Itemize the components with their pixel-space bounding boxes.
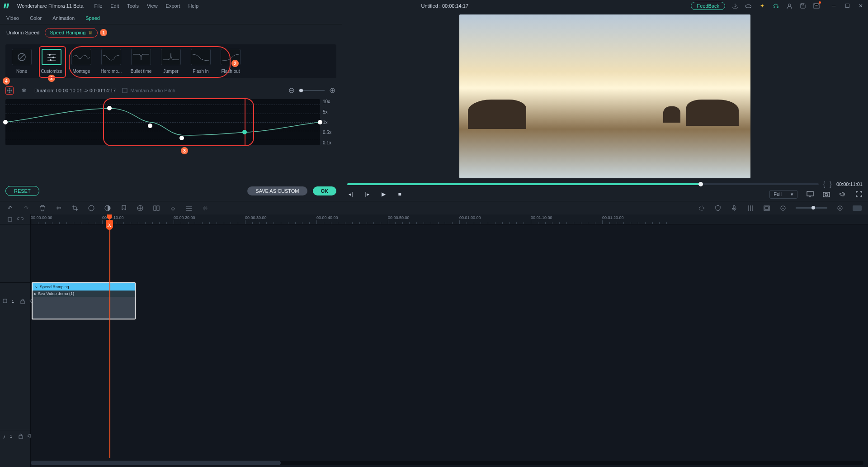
tab-speed-ramping[interactable]: Speed Ramping ♕ 1: [45, 28, 98, 38]
menu-help[interactable]: Help: [188, 3, 198, 9]
close-icon[interactable]: ✕: [857, 2, 864, 10]
color-button[interactable]: [104, 205, 111, 212]
preset-flashout[interactable]: Flash out: [218, 49, 243, 74]
crop-button[interactable]: [71, 205, 79, 212]
svg-point-0: [788, 4, 791, 6]
maximize-icon[interactable]: ☐: [844, 2, 851, 10]
headset-icon[interactable]: [772, 2, 779, 10]
add-keyframe-button[interactable]: [5, 86, 14, 95]
preset-jumper[interactable]: Jumper: [158, 49, 184, 74]
graph-zoom-slider[interactable]: [299, 90, 325, 91]
greenscreen-button[interactable]: [137, 205, 144, 212]
progress-handle[interactable]: [698, 182, 703, 186]
audio-button[interactable]: [202, 205, 209, 212]
svg-rect-26: [154, 206, 156, 210]
speed-node-current[interactable]: [242, 130, 247, 134]
loop-in-icon[interactable]: {: [823, 181, 826, 188]
ok-button[interactable]: OK: [313, 186, 337, 195]
preset-bullet[interactable]: Bullet time: [128, 49, 154, 74]
tl-zoom-slider[interactable]: [796, 207, 827, 209]
volume-icon[interactable]: [839, 191, 846, 198]
account-icon[interactable]: [786, 2, 793, 10]
preset-hero[interactable]: Hero mo...: [99, 49, 124, 74]
play-button[interactable]: ▶: [380, 191, 387, 198]
menu-export[interactable]: Export: [166, 3, 180, 9]
tl-fit-icon[interactable]: [853, 205, 862, 211]
save-icon[interactable]: [799, 2, 807, 10]
detach-button[interactable]: [153, 205, 160, 212]
menu-file[interactable]: File: [94, 3, 103, 9]
lock-icon[interactable]: [19, 434, 23, 439]
timeline-ruler[interactable]: 00:00:00:0000:00:10:0000:00:20:0000:00:3…: [31, 214, 868, 224]
speed-node-1[interactable]: [107, 106, 112, 110]
playhead-head[interactable]: [106, 220, 113, 230]
loop-out-icon[interactable]: }: [830, 181, 832, 188]
snapshot-icon[interactable]: [823, 191, 830, 198]
prev-frame-button[interactable]: ◂|: [347, 191, 354, 198]
fullscreen-icon[interactable]: [855, 191, 863, 198]
tl-zoom-in-icon[interactable]: [836, 205, 844, 212]
render-button[interactable]: [698, 205, 705, 212]
freeze-frame-icon[interactable]: ❄: [20, 86, 28, 95]
speed-node-2[interactable]: [148, 124, 152, 128]
snap-icon[interactable]: [7, 217, 13, 222]
speed-ramping-label: Speed Ramping: [50, 30, 85, 35]
lock-icon[interactable]: [20, 299, 25, 304]
lightbulb-icon[interactable]: ✦: [759, 2, 766, 10]
timeline-body[interactable]: 00:00:00:0000:00:10:0000:00:20:0000:00:3…: [31, 214, 868, 467]
preview-progress[interactable]: [347, 183, 819, 185]
tab-video[interactable]: Video: [6, 15, 19, 21]
voiceover-icon[interactable]: [731, 205, 738, 212]
undo-button[interactable]: ↶: [6, 205, 14, 212]
delete-button[interactable]: [39, 205, 46, 212]
display-icon[interactable]: [807, 191, 814, 198]
safe-zone-icon[interactable]: [714, 205, 722, 212]
link-icon[interactable]: [17, 217, 24, 222]
graph-zoom-out-icon[interactable]: [288, 86, 296, 95]
menu-view[interactable]: View: [147, 3, 158, 9]
quality-dropdown[interactable]: Full ▾: [769, 190, 797, 199]
clip-sea-video[interactable]: ∿ Speed Ramping ▸ Sea Video demo (1): [32, 282, 136, 319]
tl-zoom-out-icon[interactable]: [779, 205, 787, 212]
save-as-custom-button[interactable]: SAVE AS CUSTOM: [247, 186, 307, 195]
reset-button[interactable]: RESET: [5, 186, 39, 196]
speed-node-end[interactable]: [318, 120, 322, 124]
minimize-icon[interactable]: ─: [830, 2, 837, 10]
track-size-icon[interactable]: [763, 205, 770, 212]
menu-edit[interactable]: Edit: [110, 3, 119, 9]
tab-uniform-speed[interactable]: Uniform Speed: [6, 30, 39, 35]
marker-button[interactable]: [120, 205, 127, 212]
next-frame-button[interactable]: |▸: [363, 191, 371, 198]
mail-icon[interactable]: [813, 2, 820, 10]
redo-button[interactable]: ↷: [23, 205, 30, 212]
menu-tools[interactable]: Tools: [127, 3, 139, 9]
tab-speed[interactable]: Speed: [85, 15, 100, 21]
preset-none[interactable]: None: [9, 49, 34, 74]
tab-color[interactable]: Color: [30, 15, 42, 21]
mixer-icon[interactable]: [747, 205, 754, 212]
cloud-icon[interactable]: [745, 2, 752, 10]
export-icon[interactable]: [731, 2, 739, 10]
playhead-line[interactable]: [109, 224, 110, 458]
annotation-1: 1: [100, 29, 107, 36]
speed-node-start[interactable]: [3, 120, 8, 124]
adjust-button[interactable]: [185, 205, 193, 212]
jumper-icon: [161, 49, 181, 65]
speed-node-3[interactable]: [179, 136, 184, 140]
timeline-scrollbar[interactable]: [31, 461, 863, 465]
svg-rect-47: [19, 436, 23, 438]
stop-button[interactable]: ■: [396, 191, 403, 198]
maintain-pitch-checkbox[interactable]: Maintain Audio Pitch: [122, 88, 175, 93]
preset-customize[interactable]: Customize 2: [39, 49, 64, 74]
graph-zoom-in-icon[interactable]: [328, 86, 336, 95]
feedback-button[interactable]: FeedBack: [691, 2, 725, 10]
speed-button[interactable]: [88, 205, 95, 212]
preset-flashin[interactable]: Flash in: [188, 49, 213, 74]
graph-playhead[interactable]: [245, 99, 245, 145]
speed-graph[interactable]: 10x 5x 1x 0.5x 0.1x 3: [5, 99, 336, 145]
video-preview[interactable]: [459, 14, 750, 178]
preset-montage[interactable]: Montage: [69, 49, 94, 74]
tab-animation[interactable]: Animation: [52, 15, 75, 21]
split-button[interactable]: ✄: [55, 205, 62, 212]
keyframe-button[interactable]: ◇: [169, 205, 176, 212]
